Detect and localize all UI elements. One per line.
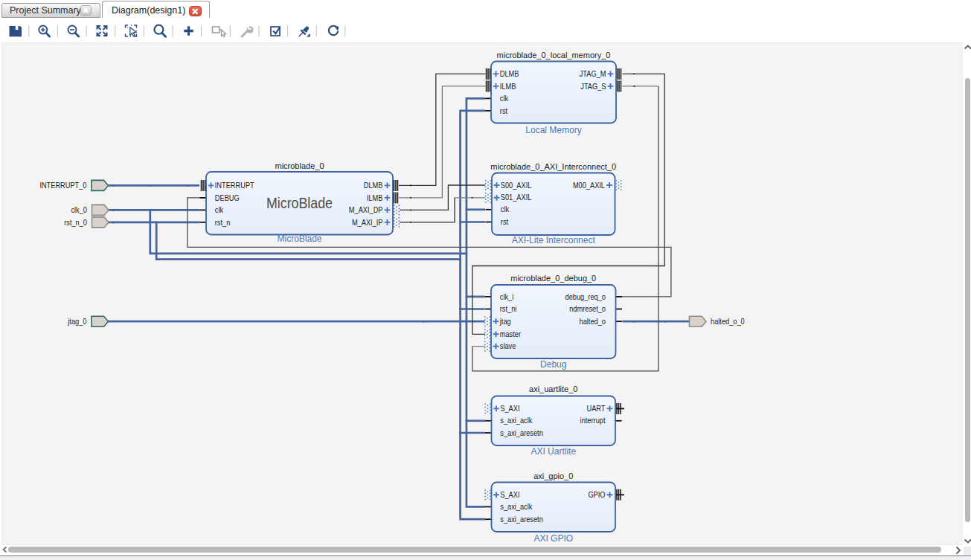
svg-text:MicroBlade: MicroBlade — [277, 234, 321, 244]
svg-text:rst: rst — [500, 106, 507, 115]
svg-text:microblade_0_debug_0: microblade_0_debug_0 — [510, 274, 596, 283]
svg-text:clk: clk — [500, 94, 509, 103]
svg-text:ILMB: ILMB — [500, 82, 516, 91]
svg-text:clk_0: clk_0 — [71, 205, 87, 214]
svg-text:s_axi_aresetn: s_axi_aresetn — [500, 428, 543, 437]
svg-text:M00_AXIL: M00_AXIL — [573, 181, 605, 190]
svg-text:M_AXI_IP: M_AXI_IP — [352, 218, 383, 227]
svg-text:AXI Uartlite: AXI Uartlite — [531, 446, 576, 457]
svg-text:halted_o_0: halted_o_0 — [711, 317, 745, 326]
svg-text:S_AXI: S_AXI — [500, 404, 519, 413]
svg-text:master: master — [500, 329, 522, 338]
svg-text:S00_AXIL: S00_AXIL — [501, 181, 532, 190]
svg-text:axi_uartlite_0: axi_uartlite_0 — [529, 384, 577, 393]
svg-text:INTERRUPT_0: INTERRUPT_0 — [39, 181, 86, 190]
svg-text:DEBUG: DEBUG — [215, 193, 240, 202]
svg-text:S01_AXIL: S01_AXIL — [501, 193, 532, 202]
svg-text:M_AXI_DP: M_AXI_DP — [349, 205, 383, 214]
svg-text:GPIO: GPIO — [588, 490, 605, 499]
svg-text:Local Memory: Local Memory — [525, 125, 581, 135]
svg-text:DLMB: DLMB — [500, 69, 519, 78]
svg-text:rst_ni: rst_ni — [500, 304, 517, 313]
svg-text:slave: slave — [500, 341, 516, 350]
svg-text:S_AXI: S_AXI — [500, 490, 519, 499]
svg-text:AXI GPIO: AXI GPIO — [533, 533, 573, 544]
svg-text:Debug: Debug — [540, 359, 566, 370]
svg-text:ILMB: ILMB — [367, 193, 383, 202]
svg-text:microblade_0: microblade_0 — [275, 161, 324, 170]
svg-text:clk: clk — [215, 205, 224, 214]
svg-text:clk: clk — [501, 205, 510, 213]
svg-text:microblade_0_local_memory_0: microblade_0_local_memory_0 — [497, 51, 611, 59]
svg-text:interrupt: interrupt — [580, 416, 606, 425]
svg-text:DLMB: DLMB — [364, 181, 383, 190]
svg-text:clk_i: clk_i — [500, 292, 514, 301]
svg-text:axi_gpio_0: axi_gpio_0 — [533, 472, 573, 480]
svg-text:debug_req_o: debug_req_o — [565, 292, 606, 301]
svg-text:rst_n: rst_n — [215, 218, 231, 227]
svg-text:microblade_0_AXI_Interconnect_: microblade_0_AXI_Interconnect_0 — [490, 162, 616, 171]
svg-text:jtag: jtag — [499, 317, 511, 326]
svg-text:s_axi_aresetn: s_axi_aresetn — [500, 515, 543, 524]
svg-text:AXI-Lite Interconnect: AXI-Lite Interconnect — [512, 235, 596, 245]
svg-text:jtag_0: jtag_0 — [67, 317, 86, 326]
svg-text:rst: rst — [501, 217, 508, 226]
svg-text:halted_o: halted_o — [580, 317, 606, 326]
svg-text:JTAG_M: JTAG_M — [580, 69, 606, 78]
svg-text:INTERRUPT: INTERRUPT — [215, 181, 254, 190]
svg-text:MicroBlade: MicroBlade — [266, 194, 333, 211]
svg-text:s_axi_aclk: s_axi_aclk — [500, 502, 533, 511]
svg-text:rst_n_0: rst_n_0 — [64, 218, 87, 227]
svg-text:s_axi_aclk: s_axi_aclk — [500, 416, 533, 425]
svg-text:ndmreset_o: ndmreset_o — [569, 304, 606, 313]
svg-text:JTAG_S: JTAG_S — [580, 82, 606, 91]
svg-text:UART: UART — [587, 404, 606, 413]
